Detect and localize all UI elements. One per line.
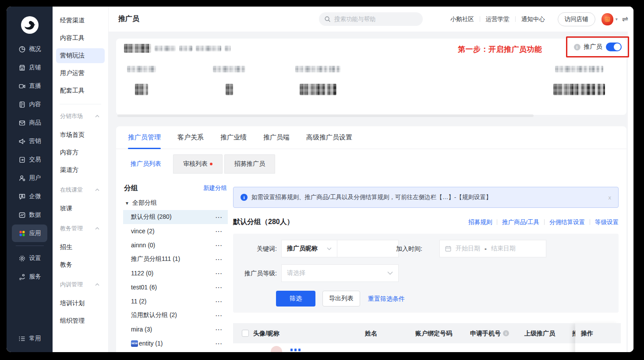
rail-item-qiwei[interactable]: 企微 bbox=[7, 187, 53, 206]
rail-item-overview[interactable]: 概况 bbox=[7, 40, 53, 58]
more-icon[interactable]: ··· bbox=[216, 228, 223, 235]
rail-item-service[interactable]: 服务 bbox=[7, 267, 53, 286]
subtab-recruit-promoter[interactable]: 招募推广员 bbox=[224, 154, 275, 174]
rail-item-goods[interactable]: 商品 bbox=[7, 114, 53, 132]
group-item[interactable]: 沿用默认分组 (2)··· bbox=[123, 308, 228, 322]
sidebar-item-market-home[interactable]: 市场首页 bbox=[53, 126, 108, 144]
more-icon[interactable]: ··· bbox=[216, 312, 223, 319]
date-end-placeholder: 结束日期 bbox=[491, 245, 516, 253]
link-community[interactable]: 小鹅社区 bbox=[445, 15, 480, 23]
sidebar-item-channel-side[interactable]: 渠道方 bbox=[53, 161, 108, 179]
rail-item-data[interactable]: 数据 bbox=[7, 206, 53, 224]
sidebar-item-training-plan[interactable]: 培训计划 bbox=[53, 295, 108, 312]
group-item-default[interactable]: 默认分组 (280)··· bbox=[123, 210, 228, 224]
rail-item-trade[interactable]: 交易 bbox=[7, 150, 53, 169]
tab-advanced-settings[interactable]: 高级推广员设置 bbox=[306, 126, 352, 149]
more-icon[interactable]: ··· bbox=[216, 326, 223, 333]
group-item[interactable]: ainnn (0)··· bbox=[123, 238, 228, 252]
select-all-checkbox[interactable] bbox=[242, 330, 249, 337]
section-header-distribution[interactable]: 分销市场 bbox=[53, 109, 108, 124]
sidebar-item-business-channel[interactable]: 经营渠道 bbox=[53, 12, 108, 29]
tab-promoter-management[interactable]: 推广员管理 bbox=[128, 126, 161, 149]
info-icon[interactable]: i bbox=[503, 330, 509, 336]
section-header-academic[interactable]: 教务管理 bbox=[53, 221, 108, 236]
sidebar-item-marketing-play[interactable]: 营销玩法 bbox=[53, 47, 108, 64]
col-avatar-nickname: 头像/昵称 bbox=[253, 323, 280, 343]
group-item[interactable]: 1122 (0)··· bbox=[123, 266, 228, 280]
horizontal-scrollbar-thumb[interactable] bbox=[117, 114, 534, 117]
table-row-partial[interactable] bbox=[233, 343, 619, 352]
promo-goods-tools-link[interactable]: 推广商品/工具 bbox=[497, 218, 544, 226]
tab-promoter-client[interactable]: 推广员端 bbox=[263, 126, 290, 149]
date-range-picker[interactable]: 开始日期 - 结束日期 bbox=[439, 240, 546, 257]
group-item[interactable]: 11 (2)··· bbox=[123, 294, 228, 308]
level-select[interactable]: 请选择 bbox=[281, 264, 399, 282]
section-header-internal-training[interactable]: 内训管理 bbox=[53, 277, 108, 292]
sidebar-item-class-course[interactable]: 班课 bbox=[53, 200, 108, 217]
more-icon[interactable]: ··· bbox=[216, 214, 223, 221]
export-list-button[interactable]: 导出列表 bbox=[322, 291, 360, 307]
link-operation-school[interactable]: 运营学堂 bbox=[480, 15, 515, 23]
switch-account-icon[interactable]: ⇌ bbox=[622, 14, 628, 24]
rail-item-marketing[interactable]: 营销 bbox=[7, 132, 53, 150]
caret-down-icon: ▼ bbox=[125, 201, 129, 206]
reset-filters-link[interactable]: 重置筛选条件 bbox=[368, 291, 405, 307]
more-icon[interactable]: ··· bbox=[216, 256, 223, 263]
group-item[interactable]: vince (2)··· bbox=[123, 224, 228, 238]
banner-close-button[interactable]: x bbox=[609, 194, 612, 201]
redacted-stat-2 bbox=[185, 66, 273, 95]
group-item[interactable]: mira (3)··· bbox=[123, 322, 228, 336]
new-group-link[interactable]: 新建分组 bbox=[203, 184, 227, 192]
info-banner-text: 如需设置招募规则、推广商品/工具以及分佣结算规则，可前往左侧边栏【…】-【规则设… bbox=[251, 193, 492, 201]
rail-item-shop[interactable]: 店铺 bbox=[7, 58, 53, 77]
more-icon[interactable]: ··· bbox=[216, 340, 223, 347]
tab-promotion-performance[interactable]: 推广业绩 bbox=[220, 126, 247, 149]
avatar-caret-icon[interactable]: ▾ bbox=[616, 17, 618, 21]
sidebar-item-enrollment[interactable]: 招生 bbox=[53, 239, 108, 256]
calendar-icon bbox=[445, 246, 451, 252]
rail-footer: 常用 bbox=[7, 329, 53, 348]
sidebar-item-content-side[interactable]: 内容方 bbox=[53, 144, 108, 161]
red-dot-badge bbox=[210, 163, 212, 165]
visit-shop-button[interactable]: 访问店铺 bbox=[558, 12, 595, 26]
commission-settings-link[interactable]: 分佣结算设置 bbox=[545, 218, 590, 226]
subtab-review-list[interactable]: 审核列表 bbox=[173, 154, 223, 174]
group-item[interactable]: test01 (6)··· bbox=[123, 280, 228, 294]
more-icon[interactable]: ··· bbox=[216, 242, 223, 249]
keyword-input[interactable] bbox=[337, 240, 399, 257]
avatar[interactable]: 福 bbox=[602, 13, 613, 25]
more-icon[interactable]: ··· bbox=[216, 284, 223, 291]
rail-item-live[interactable]: 直播 bbox=[7, 77, 53, 95]
xiaoe-logo[interactable] bbox=[21, 16, 39, 34]
rail-item-settings[interactable]: 设置 bbox=[7, 249, 53, 267]
sidebar-item-org-management[interactable]: 组织管理 bbox=[53, 312, 108, 330]
group-root[interactable]: ▼ 全部分组 bbox=[123, 196, 228, 210]
rail-item-apps[interactable]: 应用 bbox=[7, 224, 53, 242]
rail-item-common[interactable]: 常用 bbox=[7, 329, 53, 348]
search-input[interactable]: 搜索功能与帮助 bbox=[319, 12, 423, 26]
group-item-entity[interactable]: NEWentity (1) ··· bbox=[123, 336, 228, 350]
col-name: 姓名 bbox=[365, 323, 377, 343]
rail-item-content[interactable]: 内容 bbox=[7, 95, 53, 114]
sidebar-item-academic-affairs[interactable]: 教务 bbox=[53, 256, 108, 274]
recruit-rules-link[interactable]: 招募规则 bbox=[464, 218, 497, 226]
group-item[interactable]: 推广员分组111 (1)··· bbox=[123, 252, 228, 266]
filter-button[interactable]: 筛选 bbox=[276, 291, 315, 307]
sidebar-item-content-tools[interactable]: 内容工具 bbox=[53, 29, 108, 47]
level-settings-link[interactable]: 等级设置 bbox=[590, 218, 619, 226]
subtab-promoter-list[interactable]: 推广员列表 bbox=[120, 154, 171, 174]
section-header-online-class[interactable]: 在线课堂 bbox=[53, 182, 108, 197]
more-icon[interactable]: ··· bbox=[216, 298, 223, 305]
tab-customer-relations[interactable]: 客户关系 bbox=[177, 126, 204, 149]
link-notification-center[interactable]: 通知中心 bbox=[516, 15, 551, 23]
info-icon[interactable]: i bbox=[574, 44, 580, 50]
step-annotation: 第一步：开启推广员功能 bbox=[458, 44, 542, 54]
rail-item-users[interactable]: 用户 bbox=[7, 169, 53, 187]
sidebar-item-support-tools[interactable]: 配套工具 bbox=[53, 82, 108, 100]
chevron-up-icon bbox=[95, 227, 99, 230]
promoter-toggle[interactable] bbox=[606, 43, 622, 51]
scrollbar-gutter[interactable] bbox=[628, 32, 633, 352]
keyword-type-select[interactable]: 推广员昵称 bbox=[281, 240, 337, 257]
more-icon[interactable]: ··· bbox=[216, 270, 223, 277]
sidebar-item-user-operation[interactable]: 用户运营 bbox=[53, 64, 108, 82]
